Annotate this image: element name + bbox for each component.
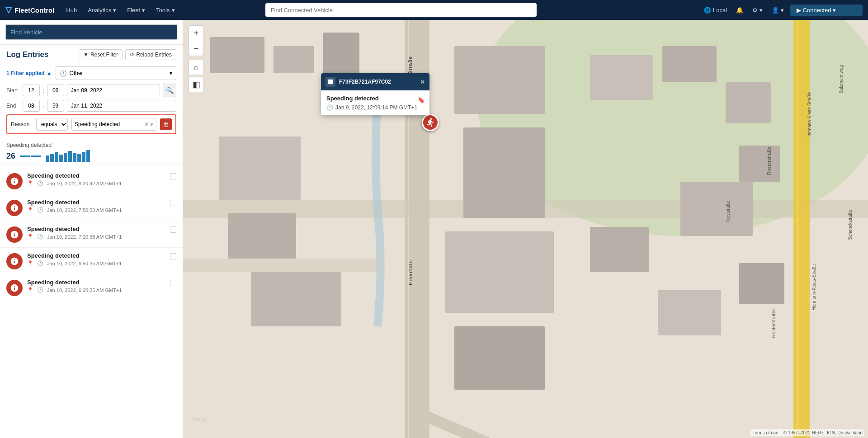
svg-rect-20 xyxy=(590,227,649,272)
layers-btn[interactable]: ◧ xyxy=(189,77,204,92)
entry-datetime-5: Jan 10, 2022, 6:20:35 AM GMT+1 xyxy=(47,287,122,293)
reload-entries-btn[interactable]: ↺ Reload Entries xyxy=(125,49,176,60)
nav-links: Hub Analytics ▾ Fleet ▾ Tools ▾ xyxy=(61,5,179,15)
popup-header: F73F2B721AF97C02 ✕ xyxy=(321,73,429,90)
entry-checkbox-2[interactable] xyxy=(170,200,176,206)
popup-close-btn[interactable]: ✕ xyxy=(420,79,425,85)
terms-of-use-link[interactable]: Terms of use xyxy=(752,430,778,435)
connect-btn[interactable]: ▶ Connected ▾ xyxy=(790,5,863,16)
topnav: ▽ FleetControl Hub Analytics ▾ Fleet ▾ T… xyxy=(0,0,868,20)
popup-vehicle-id: F73F2B721AF97C02 xyxy=(339,79,391,85)
entry-checkbox-1[interactable] xyxy=(170,173,176,179)
chart-bar-1 xyxy=(46,155,49,162)
attribution-text: © 1987–2022 HERE, IGN, Deutschland xyxy=(783,430,863,435)
entry-speed-icon xyxy=(6,253,23,269)
start-date-input[interactable] xyxy=(67,85,160,96)
reset-filter-btn[interactable]: ▼ Reset Filter xyxy=(79,49,123,60)
locale-selector[interactable]: 🌐 Local xyxy=(701,5,730,15)
svg-rect-6 xyxy=(797,20,798,438)
nav-hub[interactable]: Hub xyxy=(61,5,81,15)
reason-operator-select[interactable]: equals xyxy=(36,118,68,131)
reason-value-dropdown[interactable]: Speeding detected ✕ ▾ xyxy=(71,118,156,131)
entry-checkbox-4[interactable] xyxy=(170,253,176,259)
bar-line-1 xyxy=(20,155,30,157)
road-label-salzmannweg: Salzmannweg xyxy=(839,65,844,94)
start-min-input[interactable] xyxy=(47,85,64,96)
reason-clear-icon[interactable]: ✕ xyxy=(144,121,149,127)
chevron-down-icon: ▾ xyxy=(781,7,784,14)
reason-chevron-icon[interactable]: ▾ xyxy=(151,122,153,127)
chart-bar-6 xyxy=(68,151,72,162)
result-count-row: 26 xyxy=(6,150,176,162)
nav-right: 🌐 Local 🔔 ⚙ ▾ 👤 ▾ ▶ Connected ▾ xyxy=(701,5,863,16)
alerts-btn[interactable]: 🔔 xyxy=(733,5,746,15)
result-type-label: Speeding detected xyxy=(6,142,176,148)
user-btn[interactable]: 👤 ▾ xyxy=(769,5,787,15)
chart-bar-9 xyxy=(82,152,85,162)
sidebar-search-container xyxy=(0,20,183,45)
location-icon: 📍 xyxy=(27,207,33,213)
sidebar-actions: ▼ Reset Filter ↺ Reload Entries xyxy=(79,49,176,60)
list-item[interactable]: Speeding detected 📍 🕐 Jan 10, 2022, 7:20… xyxy=(0,221,183,248)
svg-rect-22 xyxy=(739,146,780,182)
entry-speed-icon xyxy=(6,226,23,243)
time-separator: : xyxy=(42,87,44,94)
home-btn[interactable]: ⌂ xyxy=(189,60,204,75)
entry-datetime-3: Jan 10, 2022, 7:20:38 AM GMT+1 xyxy=(47,234,122,240)
user-icon: 👤 xyxy=(772,7,779,14)
end-time-row: End : xyxy=(6,100,176,112)
chart-bar-7 xyxy=(73,153,76,162)
chart-bar-8 xyxy=(77,154,81,162)
filter-applied-label[interactable]: 1 Filter applied ▲ xyxy=(6,70,52,76)
popup-bookmark-btn[interactable]: 🔖 xyxy=(418,97,425,104)
start-hour-input[interactable] xyxy=(23,85,40,96)
road-label-schenckstrasse: Schenckstraße xyxy=(848,210,853,240)
filter-type-row: 1 Filter applied ▲ 🕐 Other ▾ xyxy=(6,66,176,80)
end-label: End xyxy=(6,103,20,109)
entry-meta-1: 📍 🕐 Jan 10, 2022, 8:20:42 AM GMT+1 xyxy=(27,180,165,186)
nav-analytics[interactable]: Analytics ▾ xyxy=(83,5,121,15)
nav-fleet[interactable]: Fleet ▾ xyxy=(123,5,150,15)
nav-tools[interactable]: Tools ▾ xyxy=(151,5,179,15)
list-item[interactable]: Speeding detected 📍 🕐 Jan 10, 2022, 6:50… xyxy=(0,248,183,274)
brand-logo[interactable]: ▽ FleetControl xyxy=(5,5,54,15)
entry-content-1: Speeding detected 📍 🕐 Jan 10, 2022, 8:20… xyxy=(27,172,165,186)
entry-title-2: Speeding detected xyxy=(27,199,165,206)
end-min-input[interactable] xyxy=(47,100,64,112)
filter-type-dropdown[interactable]: 🕐 Other ▾ xyxy=(56,66,176,80)
entry-checkbox-5[interactable] xyxy=(170,280,176,286)
entry-title-5: Speeding detected xyxy=(27,279,165,286)
settings-btn[interactable]: ⚙ ▾ xyxy=(750,5,765,15)
vehicle-marker-inner xyxy=(422,114,439,131)
vehicle-marker[interactable] xyxy=(422,114,439,131)
zoom-out-btn[interactable]: − xyxy=(189,41,204,56)
zoom-in-btn[interactable]: + xyxy=(189,25,204,41)
date-search-btn[interactable]: 🔍 xyxy=(163,84,176,97)
map-area[interactable]: Eiserfelder Straße Eiserfstr. Rosterstra… xyxy=(183,20,868,438)
svg-rect-7 xyxy=(210,37,264,73)
road-label-hermann: Hermann-Klaas-Straße xyxy=(807,92,812,139)
popup-event-title: Speeding detected xyxy=(326,95,424,102)
find-vehicle-input[interactable] xyxy=(5,24,177,40)
entry-meta-3: 📍 🕐 Jan 10, 2022, 7:20:38 AM GMT+1 xyxy=(27,234,165,240)
svg-rect-10 xyxy=(219,137,301,200)
reload-icon: ↺ xyxy=(130,52,134,58)
entry-checkbox-3[interactable] xyxy=(170,226,176,233)
road-label-hermann2: Hermann-Klaas-Straße xyxy=(811,264,816,311)
list-item[interactable]: Speeding detected 📍 🕐 Jan 10, 2022, 7:50… xyxy=(0,194,183,221)
main-layout: Log Entries ▼ Reset Filter ↺ Reload Entr… xyxy=(0,20,868,438)
delete-filter-btn[interactable]: 🗑 xyxy=(160,118,172,130)
end-date-input[interactable] xyxy=(67,100,176,112)
entries-list[interactable]: Speeding detected 📍 🕐 Jan 10, 2022, 8:20… xyxy=(0,165,183,438)
list-item[interactable]: Speeding detected 📍 🕐 Jan 10, 2022, 8:20… xyxy=(0,168,183,194)
end-hour-input[interactable] xyxy=(23,100,40,112)
list-item[interactable]: Speeding detected 📍 🕐 Jan 10, 2022, 6:20… xyxy=(0,274,183,301)
nav-search-input[interactable] xyxy=(265,3,537,17)
brand-icon: ▽ xyxy=(5,5,12,15)
entry-content-4: Speeding detected 📍 🕐 Jan 10, 2022, 6:50… xyxy=(27,252,165,266)
entry-title-4: Speeding detected xyxy=(27,252,165,259)
chart-bar-10 xyxy=(86,150,90,162)
search-icon: 🔍 xyxy=(166,87,174,94)
sidebar-header: Log Entries ▼ Reset Filter ↺ Reload Entr… xyxy=(0,45,183,63)
start-time-row: Start : 🔍 xyxy=(6,84,176,97)
